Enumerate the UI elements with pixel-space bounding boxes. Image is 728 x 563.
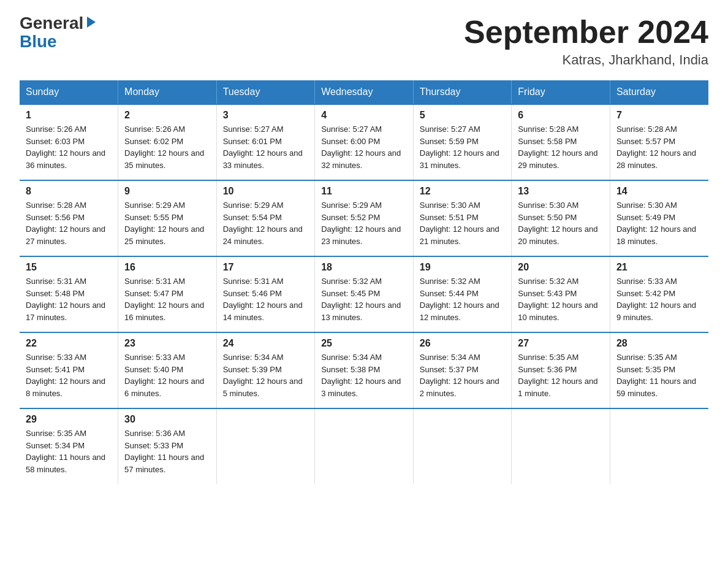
- calendar-week-2: 8Sunrise: 5:28 AMSunset: 5:56 PMDaylight…: [20, 180, 708, 256]
- day-number: 8: [26, 186, 112, 197]
- calendar-cell: 23Sunrise: 5:33 AMSunset: 5:40 PMDayligh…: [118, 332, 217, 408]
- day-info: Sunrise: 5:30 AMSunset: 5:51 PMDaylight:…: [420, 199, 506, 247]
- day-number: 29: [26, 414, 112, 425]
- calendar-cell: 13Sunrise: 5:30 AMSunset: 5:50 PMDayligh…: [512, 180, 610, 256]
- svg-marker-0: [87, 17, 96, 28]
- day-info: Sunrise: 5:27 AMSunset: 5:59 PMDaylight:…: [420, 123, 506, 171]
- weekday-header-row: SundayMondayTuesdayWednesdayThursdayFrid…: [20, 80, 708, 104]
- calendar-cell: [315, 408, 414, 484]
- day-info: Sunrise: 5:29 AMSunset: 5:55 PMDaylight:…: [124, 199, 210, 247]
- day-info: Sunrise: 5:34 AMSunset: 5:38 PMDaylight:…: [321, 351, 407, 399]
- day-info: Sunrise: 5:29 AMSunset: 5:52 PMDaylight:…: [321, 199, 407, 247]
- day-info: Sunrise: 5:31 AMSunset: 5:48 PMDaylight:…: [26, 275, 112, 323]
- calendar-cell: 9Sunrise: 5:29 AMSunset: 5:55 PMDaylight…: [118, 180, 217, 256]
- day-number: 10: [223, 186, 309, 197]
- calendar-cell: 20Sunrise: 5:32 AMSunset: 5:43 PMDayligh…: [512, 256, 610, 332]
- day-info: Sunrise: 5:33 AMSunset: 5:42 PMDaylight:…: [616, 275, 702, 323]
- day-number: 5: [420, 110, 506, 121]
- page-header: General Blue September 2024 Katras, Jhar…: [20, 15, 708, 68]
- calendar-cell: 8Sunrise: 5:28 AMSunset: 5:56 PMDaylight…: [20, 180, 118, 256]
- logo-general: General: [20, 15, 83, 32]
- calendar-cell: 19Sunrise: 5:32 AMSunset: 5:44 PMDayligh…: [413, 256, 512, 332]
- day-number: 7: [616, 110, 702, 121]
- day-number: 22: [26, 338, 112, 349]
- calendar-week-4: 22Sunrise: 5:33 AMSunset: 5:41 PMDayligh…: [20, 332, 708, 408]
- calendar-cell: 28Sunrise: 5:35 AMSunset: 5:35 PMDayligh…: [610, 332, 708, 408]
- day-number: 19: [420, 262, 506, 273]
- calendar-cell: 14Sunrise: 5:30 AMSunset: 5:49 PMDayligh…: [610, 180, 708, 256]
- day-number: 16: [124, 262, 210, 273]
- month-year-title: September 2024: [464, 15, 708, 50]
- day-info: Sunrise: 5:27 AMSunset: 6:01 PMDaylight:…: [223, 123, 309, 171]
- calendar-cell: [512, 408, 610, 484]
- day-number: 6: [518, 110, 604, 121]
- location-subtitle: Katras, Jharkhand, India: [464, 52, 708, 68]
- day-number: 1: [26, 110, 112, 121]
- day-info: Sunrise: 5:32 AMSunset: 5:43 PMDaylight:…: [518, 275, 604, 323]
- logo-arrow-icon: [85, 15, 98, 29]
- calendar-cell: 2Sunrise: 5:26 AMSunset: 6:02 PMDaylight…: [118, 104, 217, 180]
- day-number: 12: [420, 186, 506, 197]
- day-number: 9: [124, 186, 210, 197]
- calendar-week-5: 29Sunrise: 5:35 AMSunset: 5:34 PMDayligh…: [20, 408, 708, 484]
- calendar-cell: [413, 408, 512, 484]
- day-info: Sunrise: 5:28 AMSunset: 5:57 PMDaylight:…: [616, 123, 702, 171]
- day-number: 28: [616, 338, 702, 349]
- day-info: Sunrise: 5:35 AMSunset: 5:35 PMDaylight:…: [616, 351, 702, 399]
- calendar-table: SundayMondayTuesdayWednesdayThursdayFrid…: [20, 80, 708, 484]
- day-number: 24: [223, 338, 309, 349]
- day-number: 18: [321, 262, 407, 273]
- day-info: Sunrise: 5:28 AMSunset: 5:58 PMDaylight:…: [518, 123, 604, 171]
- calendar-cell: 3Sunrise: 5:27 AMSunset: 6:01 PMDaylight…: [216, 104, 315, 180]
- calendar-cell: 15Sunrise: 5:31 AMSunset: 5:48 PMDayligh…: [20, 256, 118, 332]
- day-info: Sunrise: 5:26 AMSunset: 6:02 PMDaylight:…: [124, 123, 210, 171]
- day-info: Sunrise: 5:26 AMSunset: 6:03 PMDaylight:…: [26, 123, 112, 171]
- day-info: Sunrise: 5:33 AMSunset: 5:40 PMDaylight:…: [124, 351, 210, 399]
- day-number: 4: [321, 110, 407, 121]
- day-info: Sunrise: 5:30 AMSunset: 5:49 PMDaylight:…: [616, 199, 702, 247]
- calendar-cell: 24Sunrise: 5:34 AMSunset: 5:39 PMDayligh…: [216, 332, 315, 408]
- day-info: Sunrise: 5:34 AMSunset: 5:37 PMDaylight:…: [420, 351, 506, 399]
- calendar-week-3: 15Sunrise: 5:31 AMSunset: 5:48 PMDayligh…: [20, 256, 708, 332]
- day-info: Sunrise: 5:36 AMSunset: 5:33 PMDaylight:…: [124, 427, 210, 475]
- weekday-header-wednesday: Wednesday: [315, 80, 414, 104]
- day-number: 15: [26, 262, 112, 273]
- calendar-cell: [216, 408, 315, 484]
- calendar-cell: 4Sunrise: 5:27 AMSunset: 6:00 PMDaylight…: [315, 104, 414, 180]
- day-number: 27: [518, 338, 604, 349]
- day-number: 21: [616, 262, 702, 273]
- weekday-header-saturday: Saturday: [610, 80, 708, 104]
- calendar-cell: 1Sunrise: 5:26 AMSunset: 6:03 PMDaylight…: [20, 104, 118, 180]
- day-number: 17: [223, 262, 309, 273]
- weekday-header-tuesday: Tuesday: [216, 80, 315, 104]
- calendar-cell: 6Sunrise: 5:28 AMSunset: 5:58 PMDaylight…: [512, 104, 610, 180]
- day-info: Sunrise: 5:29 AMSunset: 5:54 PMDaylight:…: [223, 199, 309, 247]
- day-info: Sunrise: 5:35 AMSunset: 5:34 PMDaylight:…: [26, 427, 112, 475]
- calendar-cell: 18Sunrise: 5:32 AMSunset: 5:45 PMDayligh…: [315, 256, 414, 332]
- weekday-header-thursday: Thursday: [413, 80, 512, 104]
- weekday-header-monday: Monday: [118, 80, 217, 104]
- weekday-header-sunday: Sunday: [20, 80, 118, 104]
- calendar-cell: 10Sunrise: 5:29 AMSunset: 5:54 PMDayligh…: [216, 180, 315, 256]
- calendar-cell: 21Sunrise: 5:33 AMSunset: 5:42 PMDayligh…: [610, 256, 708, 332]
- day-number: 2: [124, 110, 210, 121]
- calendar-cell: 17Sunrise: 5:31 AMSunset: 5:46 PMDayligh…: [216, 256, 315, 332]
- day-number: 13: [518, 186, 604, 197]
- calendar-cell: 12Sunrise: 5:30 AMSunset: 5:51 PMDayligh…: [413, 180, 512, 256]
- day-number: 26: [420, 338, 506, 349]
- calendar-cell: 27Sunrise: 5:35 AMSunset: 5:36 PMDayligh…: [512, 332, 610, 408]
- calendar-week-1: 1Sunrise: 5:26 AMSunset: 6:03 PMDaylight…: [20, 104, 708, 180]
- day-info: Sunrise: 5:33 AMSunset: 5:41 PMDaylight:…: [26, 351, 112, 399]
- calendar-cell: 22Sunrise: 5:33 AMSunset: 5:41 PMDayligh…: [20, 332, 118, 408]
- day-number: 30: [124, 414, 210, 425]
- calendar-cell: 30Sunrise: 5:36 AMSunset: 5:33 PMDayligh…: [118, 408, 217, 484]
- day-info: Sunrise: 5:28 AMSunset: 5:56 PMDaylight:…: [26, 199, 112, 247]
- day-info: Sunrise: 5:27 AMSunset: 6:00 PMDaylight:…: [321, 123, 407, 171]
- calendar-cell: 5Sunrise: 5:27 AMSunset: 5:59 PMDaylight…: [413, 104, 512, 180]
- calendar-cell: 26Sunrise: 5:34 AMSunset: 5:37 PMDayligh…: [413, 332, 512, 408]
- day-info: Sunrise: 5:31 AMSunset: 5:47 PMDaylight:…: [124, 275, 210, 323]
- calendar-cell: 25Sunrise: 5:34 AMSunset: 5:38 PMDayligh…: [315, 332, 414, 408]
- logo-blue: Blue: [20, 32, 57, 51]
- day-number: 25: [321, 338, 407, 349]
- logo: General Blue: [20, 15, 98, 52]
